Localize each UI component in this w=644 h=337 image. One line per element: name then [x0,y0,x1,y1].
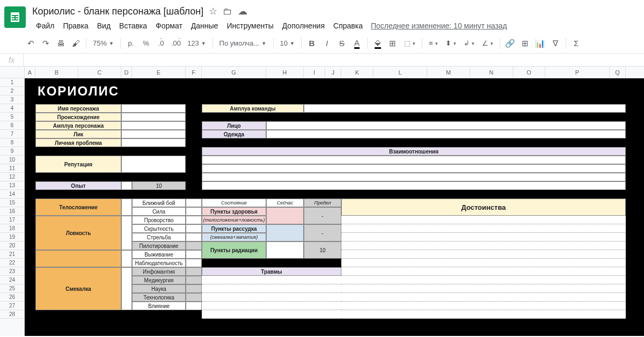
skill-val[interactable] [186,224,202,233]
menu-data[interactable]: Данные [187,19,222,32]
cond-title[interactable]: Состояние [202,199,266,207]
row-header[interactable]: 20 [0,241,24,250]
injury-row[interactable] [202,310,341,319]
row-header[interactable]: 19 [0,233,24,241]
cloud-icon[interactable]: ☁ [238,5,247,17]
menu-help[interactable]: Справка [330,19,367,32]
row-header[interactable]: 11 [0,164,24,173]
menu-tools[interactable]: Инструменты [223,19,277,32]
halign-button[interactable]: ≡▾ [426,36,441,50]
hp-sub[interactable]: (телосложение+ловкость) [202,216,266,224]
select-all-corner[interactable] [0,67,25,78]
col-header[interactable]: G [202,67,266,78]
merge-button[interactable]: ⬚▾ [401,36,419,50]
move-icon[interactable]: 🗀 [223,6,232,17]
skill-label[interactable]: Ближний бой [132,199,186,207]
hp-label[interactable]: Пункты здоровья [202,207,266,216]
attr-agility-val[interactable] [121,216,132,250]
attr-wits[interactable]: Смекалка [35,267,121,310]
attr-body-val[interactable] [121,199,132,216]
merit-row[interactable] [341,302,626,310]
print-icon[interactable]: 🖶 [54,36,68,50]
skill-val[interactable] [186,267,202,276]
redo-icon[interactable]: ↷ [39,36,53,50]
row-header[interactable]: 6 [0,121,24,130]
skill-val[interactable] [186,207,202,216]
hp-now[interactable] [266,207,304,224]
last-change[interactable]: Последнее изменение: 10 минут назад [371,21,507,30]
cond-now[interactable]: Сейчас [266,199,304,207]
row-header[interactable]: 23 [0,267,24,276]
injury-row[interactable] [202,302,341,310]
row-header[interactable]: 12 [0,173,24,181]
row-header[interactable]: 5 [0,113,24,121]
label-face[interactable]: Лицо [202,121,266,130]
injury-row[interactable] [202,293,341,302]
row-header[interactable]: 16 [0,207,24,216]
merit-row[interactable] [341,276,626,284]
merit-row[interactable] [341,224,626,233]
col-header[interactable]: A [25,67,35,78]
number-format-select[interactable]: 123▼ [184,36,209,50]
input-role[interactable] [121,121,186,130]
col-header[interactable]: Q [610,67,626,78]
menu-insert[interactable]: Вставка [115,19,151,32]
skill-label[interactable]: Выживание [132,250,186,259]
merit-row[interactable] [341,284,626,293]
currency-button[interactable]: р. [124,36,138,50]
skill-val[interactable] [186,241,202,250]
label-reputation[interactable]: Репутация [35,156,121,173]
skill-label[interactable]: Наблюдательность [132,259,186,267]
attr-agility[interactable]: Ловкость [35,216,121,250]
doc-title[interactable]: Кориолис - бланк персонажа [шаблон] [32,6,203,17]
menu-format[interactable]: Формат [152,19,186,32]
merit-row[interactable] [341,250,626,259]
col-header[interactable]: O [513,67,545,78]
merit-row[interactable] [341,241,626,250]
merit-row[interactable] [341,267,626,276]
attr-gap[interactable] [35,250,121,267]
col-header[interactable]: C [78,67,121,78]
skill-label[interactable]: Стрельба [132,233,186,241]
skill-label[interactable]: Проворство [132,216,186,224]
row-header[interactable]: 13 [0,181,24,190]
row-header[interactable]: 27 [0,302,24,310]
row-header[interactable]: 26 [0,293,24,302]
link-icon[interactable]: 🔗 [503,36,517,50]
col-header[interactable]: J [325,67,341,78]
skill-val[interactable] [186,259,202,267]
relationship-row[interactable] [202,164,626,173]
row-header[interactable]: 9 [0,147,24,156]
merit-row[interactable] [341,293,626,302]
skill-label[interactable]: Технологика [132,293,186,302]
merit-row[interactable] [341,233,626,241]
skill-val[interactable] [186,302,202,310]
row-header[interactable]: 21 [0,250,24,259]
skill-label[interactable]: Скрытность [132,224,186,233]
relationship-row[interactable] [202,181,626,190]
row-header[interactable]: 2 [0,87,24,96]
chart-icon[interactable]: 📊 [533,36,547,50]
input-origin[interactable] [121,113,186,121]
injury-row[interactable] [202,284,341,293]
row-header[interactable]: 14 [0,190,24,199]
row-header[interactable]: 8 [0,138,24,147]
input-face[interactable] [121,130,186,138]
sheets-logo[interactable] [4,6,26,28]
col-header[interactable]: N [470,67,513,78]
mp-label[interactable]: Пункты рассудка [202,224,266,233]
col-header[interactable]: P [545,67,610,78]
input-face[interactable] [266,121,626,130]
row-header[interactable]: 15 [0,199,24,207]
row-header[interactable]: 17 [0,216,24,224]
functions-icon[interactable]: Σ [569,36,583,50]
skill-val[interactable] [186,199,202,207]
col-header[interactable]: D [121,67,132,78]
text-color-button[interactable]: A [350,36,364,50]
undo-icon[interactable]: ↶ [24,36,38,50]
font-size-select[interactable]: 10▼ [277,36,298,50]
game-logo[interactable]: КОРИОЛИС [35,78,202,104]
wrap-button[interactable]: ↲▾ [460,36,478,50]
input-problem[interactable] [121,138,186,147]
sheet-canvas[interactable]: КОРИОЛИСИмя персонажаПроисхождениеАмплуа… [25,78,644,336]
